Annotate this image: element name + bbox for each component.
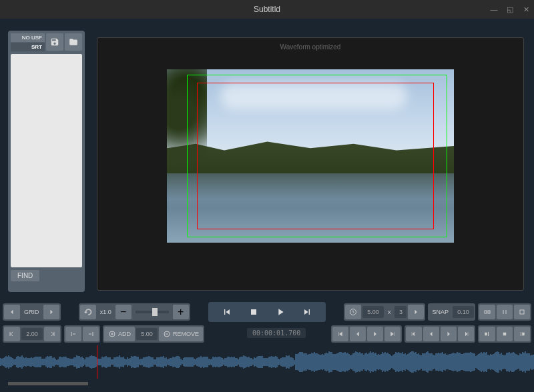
align-group [478, 303, 531, 321]
svg-rect-2 [485, 311, 487, 313]
speed-plus-button[interactable]: + [173, 305, 189, 319]
save-button[interactable] [46, 33, 63, 51]
zoom-group: x [344, 303, 426, 321]
find-button[interactable]: FIND [11, 270, 39, 281]
minimize-icon[interactable]: — [489, 4, 499, 15]
format-usf[interactable]: NO USF [11, 33, 45, 42]
svg-rect-7 [485, 333, 487, 335]
titlebar: Subtitld — ◱ ✕ [0, 0, 534, 19]
svg-rect-4 [520, 310, 524, 314]
add-icon [108, 330, 116, 338]
clock-icon [349, 308, 357, 316]
subtitle-list[interactable] [11, 54, 82, 267]
format-row: NO USF SRT [11, 33, 82, 51]
shift-group [3, 325, 61, 343]
zoom-apply-button[interactable] [408, 305, 424, 319]
nav2-a-button[interactable] [406, 327, 422, 341]
svg-rect-3 [488, 311, 490, 313]
align-b-button[interactable] [497, 305, 513, 319]
timeline[interactable] [0, 345, 534, 379]
shift-value-input[interactable] [21, 328, 43, 340]
speed-group: x1.0 − + [79, 303, 190, 321]
speed-minus-button[interactable]: − [115, 305, 131, 319]
waveform [0, 351, 534, 373]
close-icon[interactable]: ✕ [521, 4, 531, 15]
slider-thumb[interactable] [152, 308, 158, 316]
edge-group [478, 325, 531, 343]
align-a-button[interactable] [479, 305, 495, 319]
remove-button[interactable]: REMOVE [159, 327, 203, 341]
zoom-mult-x: x [385, 309, 394, 315]
grid-group: GRID [3, 303, 61, 321]
add-label: ADD [118, 331, 131, 337]
window-title: Subtitld [254, 5, 280, 14]
grid-prev-button[interactable] [4, 305, 20, 319]
shift-right-button[interactable] [44, 327, 60, 341]
transport-controls [208, 302, 326, 322]
add-value-input[interactable] [136, 328, 158, 340]
next-frame-button[interactable] [296, 304, 318, 320]
shift-left-button[interactable] [4, 327, 20, 341]
svg-rect-8 [503, 333, 506, 335]
trim-group-a [64, 325, 100, 343]
history-icon [84, 308, 92, 316]
remove-icon [163, 330, 171, 338]
grid-label: GRID [21, 309, 42, 315]
svg-rect-9 [523, 333, 525, 335]
sidebar: NO USF SRT FIND [8, 31, 85, 292]
nav-prev-button[interactable] [350, 327, 366, 341]
snap-group: SNAP [428, 303, 475, 321]
trim-a-button[interactable] [65, 327, 81, 341]
grid-next-button[interactable] [43, 305, 59, 319]
snap-label: SNAP [429, 309, 451, 315]
save-icon [50, 37, 59, 47]
prev-frame-button[interactable] [216, 304, 238, 320]
play-button[interactable] [270, 304, 291, 320]
nav-group-2 [405, 325, 475, 343]
svg-rect-0 [251, 309, 256, 315]
add-button[interactable]: ADD [104, 327, 135, 341]
edge-a-button[interactable] [479, 327, 495, 341]
nav-group-1 [331, 325, 402, 343]
video-preview[interactable] [167, 69, 454, 243]
scrollbar[interactable] [8, 382, 88, 385]
speed-label: x1.0 [97, 309, 114, 315]
nav-start-button[interactable] [332, 327, 348, 341]
safe-area-inner [197, 83, 434, 229]
nav2-c-button[interactable] [441, 327, 457, 341]
nav-next-button[interactable] [367, 327, 383, 341]
speed-reset-button[interactable] [80, 305, 96, 319]
nav-end-button[interactable] [384, 327, 400, 341]
zoom-value-input[interactable] [362, 306, 384, 318]
stop-button[interactable] [243, 304, 264, 320]
open-button[interactable] [65, 33, 82, 51]
toolbar-row-1: GRID x1.0 − + x SNAP [0, 302, 534, 322]
add-remove-group: ADD REMOVE [103, 325, 204, 343]
trim-b-button[interactable] [83, 327, 99, 341]
window-controls: — ◱ ✕ [489, 4, 531, 15]
edge-b-button[interactable] [497, 327, 513, 341]
preview-area: Waveform optimized [97, 37, 524, 291]
zoom-mult-input[interactable] [394, 306, 407, 318]
snap-value-input[interactable] [453, 306, 474, 318]
edge-c-button[interactable] [514, 327, 530, 341]
align-c-button[interactable] [514, 305, 530, 319]
format-labels: NO USF SRT [11, 33, 45, 51]
speed-slider[interactable] [136, 311, 169, 313]
maximize-icon[interactable]: ◱ [505, 4, 515, 15]
app-body: NO USF SRT FIND Waveform optimized [0, 19, 534, 392]
nav2-b-button[interactable] [423, 327, 439, 341]
nav2-d-button[interactable] [458, 327, 474, 341]
timecode-display: 00:00:01.700 [247, 328, 306, 338]
zoom-reset-button[interactable] [345, 305, 361, 319]
playhead[interactable] [97, 345, 97, 379]
status-text: Waveform optimized [97, 38, 523, 56]
folder-icon [69, 37, 78, 47]
remove-label: REMOVE [173, 331, 199, 337]
format-srt[interactable]: SRT [11, 43, 45, 51]
